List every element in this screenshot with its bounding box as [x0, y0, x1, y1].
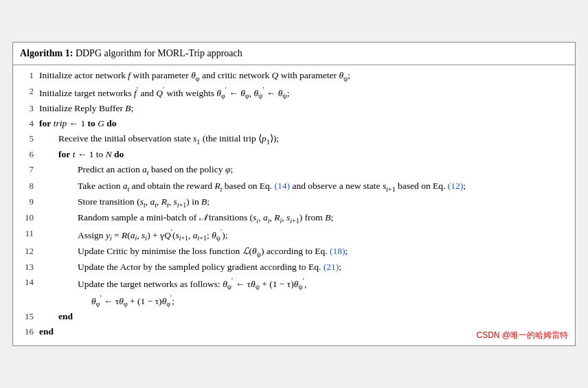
line-content: Update the target networks as follows: θ… [39, 275, 568, 309]
line-content: Initialize Reply Buffer B; [39, 102, 568, 116]
algorithm-line: 15end [20, 310, 568, 324]
line-number: 7 [20, 163, 39, 176]
line-number: 9 [20, 195, 39, 209]
line-content: Store transition (st, at, Rt, st+1) in B… [39, 195, 568, 210]
algorithm-line: 10Random sample a mini-batch of 𝒩 transi… [20, 211, 568, 226]
algorithm-line: 6for t ← 1 to N do [20, 148, 568, 162]
line-number: 1 [20, 69, 39, 82]
line-content: Initialize target networks f′ and Q′ wit… [39, 84, 568, 102]
line-number: 11 [20, 227, 39, 240]
algorithm-title: Algorithm 1: DDPG algorithm for MORL-Tri… [13, 43, 575, 65]
line-number: 15 [20, 310, 39, 323]
line-content: Take action at and obtain the reward Rt … [39, 179, 568, 194]
algorithm-body: 1Initialize actor network f with paramet… [13, 65, 575, 346]
algorithm-line: 1Initialize actor network f with paramet… [20, 69, 568, 84]
line-number: 14 [20, 275, 39, 289]
algorithm-label: Algorithm 1: [20, 48, 73, 58]
line-number: 6 [20, 148, 39, 161]
algorithm-line: 5Receive the initial observation state s… [20, 132, 568, 147]
algorithm-line: 2Initialize target networks f′ and Q′ wi… [20, 84, 568, 102]
line-number: 3 [20, 102, 39, 115]
algorithm-line: 3Initialize Reply Buffer B; [20, 102, 568, 116]
line-number: 10 [20, 211, 39, 225]
algorithm-line: 4for trip ← 1 to G do [20, 117, 568, 131]
line-number: 13 [20, 260, 39, 274]
line-content: for t ← 1 to N do [39, 148, 568, 162]
algorithm-line: 9Store transition (st, at, Rt, st+1) in … [20, 195, 568, 210]
algorithm-line: 14Update the target networks as follows:… [20, 275, 568, 309]
algorithm-line: 12Update Critic by minimise the loss fun… [20, 244, 568, 260]
line-number: 5 [20, 132, 39, 146]
line-number: 8 [20, 179, 39, 193]
line-content: Update Critic by minimise the loss funct… [39, 244, 568, 260]
algorithm-line: 11Assign yi = R(ai, si) + γQ′(si+1, ai+1… [20, 227, 568, 244]
algorithm-box: Algorithm 1: DDPG algorithm for MORL-Tri… [12, 42, 576, 346]
line-content: Initialize actor network f with paramete… [39, 69, 568, 84]
line-content: end [39, 310, 568, 324]
line-number: 12 [20, 244, 39, 258]
algorithm-line: 13Update the Actor by the sampled policy… [20, 260, 568, 275]
algorithm-line: 8Take action at and obtain the reward Rt… [20, 179, 568, 194]
line-number: 2 [20, 84, 39, 98]
line-content: Random sample a mini-batch of 𝒩 transiti… [39, 211, 568, 226]
watermark: CSDN @唯一的哈姆雷特 [476, 330, 568, 341]
line-content: Predict an action at based on the policy… [39, 163, 568, 178]
line-content: Assign yi = R(ai, si) + γQ′(si+1, ai+1; … [39, 227, 568, 244]
line-content: Receive the initial observation state s1… [39, 132, 568, 147]
line-number: 16 [20, 325, 39, 339]
line-number: 4 [20, 117, 39, 130]
line-content: Update the Actor by the sampled policy g… [39, 260, 568, 275]
algorithm-title-text: DDPG algorithm for MORL-Trip approach [76, 48, 242, 58]
line-content: for trip ← 1 to G do [39, 117, 568, 131]
algorithm-line: 7Predict an action at based on the polic… [20, 163, 568, 178]
